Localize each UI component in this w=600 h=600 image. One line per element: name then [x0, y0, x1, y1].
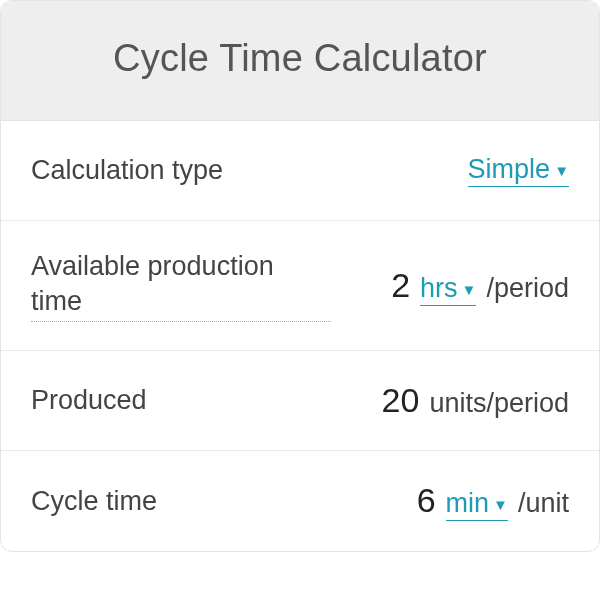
cycle-time-unit-select[interactable]: min ▼	[446, 488, 508, 521]
produced-input[interactable]: 20	[382, 381, 420, 420]
label-calculation-type: Calculation type	[31, 153, 223, 188]
value-produced: 20 units/period	[382, 381, 569, 420]
value-production-time: 2 hrs ▼ /period	[391, 266, 569, 306]
label-production-time[interactable]: Available production time	[31, 249, 331, 322]
production-time-input[interactable]: 2	[391, 266, 410, 305]
card-header: Cycle Time Calculator	[1, 1, 599, 121]
page-title: Cycle Time Calculator	[21, 37, 579, 80]
row-produced: Produced 20 units/period	[1, 351, 599, 451]
chevron-down-icon: ▼	[462, 281, 477, 298]
label-cycle-time: Cycle time	[31, 484, 157, 519]
production-time-suffix: /period	[486, 273, 569, 304]
calculator-card: Cycle Time Calculator Calculation type S…	[0, 0, 600, 552]
production-time-unit-select[interactable]: hrs ▼	[420, 273, 476, 306]
chevron-down-icon: ▼	[554, 162, 569, 179]
value-cycle-time: 6 min ▼ /unit	[417, 481, 569, 521]
row-cycle-time: Cycle time 6 min ▼ /unit	[1, 451, 599, 551]
production-time-unit-text: hrs	[420, 273, 458, 304]
row-production-time: Available production time 2 hrs ▼ /perio…	[1, 221, 599, 351]
chevron-down-icon: ▼	[493, 496, 508, 513]
cycle-time-unit-text: min	[446, 488, 490, 519]
calculation-type-select[interactable]: Simple ▼	[468, 154, 569, 187]
row-calculation-type: Calculation type Simple ▼	[1, 121, 599, 221]
cycle-time-suffix: /unit	[518, 488, 569, 519]
label-production-time-wrap: Available production time	[31, 249, 331, 322]
cycle-time-output: 6	[417, 481, 436, 520]
label-produced: Produced	[31, 383, 147, 418]
value-calculation-type: Simple ▼	[468, 154, 569, 187]
calculation-type-text: Simple	[468, 154, 551, 185]
produced-suffix: units/period	[429, 388, 569, 419]
